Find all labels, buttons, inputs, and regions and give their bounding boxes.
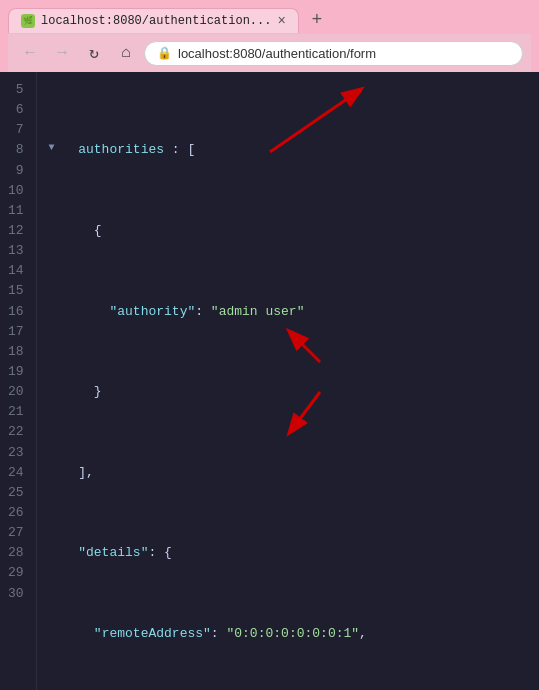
code-line: { — [49, 221, 539, 241]
code-line: "details": { — [49, 543, 539, 563]
toggle-icon — [49, 463, 63, 479]
code-area: 5 6 7 8 9 10 11 12 13 14 15 16 17 18 19 … — [0, 72, 539, 690]
reload-button[interactable]: ↻ — [80, 39, 108, 67]
active-tab[interactable]: 🌿 localhost:8080/authentication... × — [8, 8, 299, 33]
new-tab-button[interactable]: + — [303, 6, 331, 34]
toggle-icon — [49, 543, 63, 559]
tab-close-button[interactable]: × — [277, 14, 285, 28]
tab-title: localhost:8080/authentication... — [41, 14, 271, 28]
toggle-icon — [49, 382, 63, 398]
code-line: "remoteAddress": "0:0:0:0:0:0:0:1", — [49, 624, 539, 644]
browser-chrome: 🌿 localhost:8080/authentication... × + ←… — [0, 0, 539, 72]
code-line: ], — [49, 463, 539, 483]
code-line: } — [49, 382, 539, 402]
home-button[interactable]: ⌂ — [112, 39, 140, 67]
toggle-icon — [49, 302, 63, 318]
line-numbers: 5 6 7 8 9 10 11 12 13 14 15 16 17 18 19 … — [0, 72, 37, 690]
tab-favicon: 🌿 — [21, 14, 35, 28]
address-bar[interactable]: 🔒 localhost:8080/authentication/form — [144, 41, 523, 66]
tab-bar: 🌿 localhost:8080/authentication... × + — [8, 6, 531, 34]
back-button[interactable]: ← — [16, 39, 44, 67]
code-line: "authority": "admin user" — [49, 302, 539, 322]
code-content: ▼ authorities : [ { "authority": "admin … — [37, 72, 539, 690]
lock-icon: 🔒 — [157, 46, 172, 61]
toggle-icon[interactable]: ▼ — [49, 140, 63, 156]
toggle-icon — [49, 221, 63, 237]
nav-bar: ← → ↻ ⌂ 🔒 localhost:8080/authentication/… — [8, 34, 531, 72]
address-text: localhost:8080/authentication/form — [178, 46, 510, 61]
code-line: ▼ authorities : [ — [49, 140, 539, 160]
forward-button[interactable]: → — [48, 39, 76, 67]
toggle-icon — [49, 624, 63, 640]
